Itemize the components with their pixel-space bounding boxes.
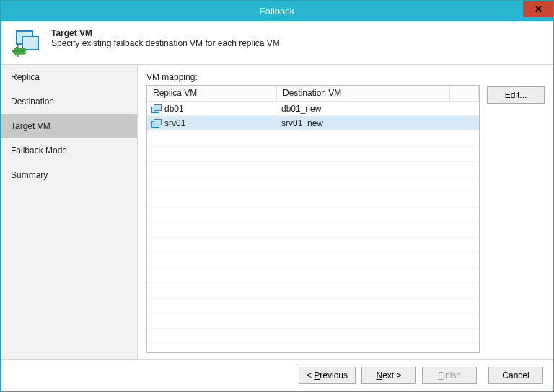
svg-rect-1 [22, 37, 38, 50]
edit-button[interactable]: Edit... [487, 86, 545, 104]
main-panel: VM mapping: Replica VM Destination VM db… [138, 65, 553, 359]
close-icon: ✕ [535, 4, 542, 14]
cell-replica-name: db01 [164, 104, 184, 114]
cancel-button[interactable]: Cancel [488, 367, 543, 384]
previous-button[interactable]: < Previous [299, 367, 356, 384]
col-header-replica[interactable]: Replica VM [147, 86, 277, 102]
col-header-dest[interactable]: Destination VM [277, 86, 450, 102]
grid-header: Replica VM Destination VM [147, 86, 479, 102]
table-row[interactable]: srv01 srv01_new [147, 116, 479, 130]
wizard-header: Target VM Specify existing failback dest… [1, 21, 553, 64]
table-row[interactable]: db01 db01_new [147, 102, 479, 116]
window-title: Failback [260, 6, 294, 17]
wizard-footer: < Previous Next > Finish Cancel [1, 360, 553, 391]
cell-replica-name: srv01 [164, 118, 185, 128]
page-title: Target VM [51, 28, 282, 38]
close-button[interactable]: ✕ [523, 1, 553, 17]
finish-button: Finish [422, 367, 477, 384]
cell-dest-name: srv01_new [281, 118, 323, 128]
titlebar: Failback ✕ [1, 1, 553, 21]
sidebar-item-target-vm[interactable]: Target VM [1, 114, 137, 138]
vm-mapping-label: VM mapping: [146, 72, 480, 82]
wizard-body: Replica Destination Target VM Failback M… [1, 64, 553, 360]
failback-wizard-window: Failback ✕ Target VM Specify existing fa… [0, 0, 554, 392]
sidebar-item-replica[interactable]: Replica [1, 65, 137, 89]
sidebar-item-destination[interactable]: Destination [1, 89, 137, 114]
grid-body: db01 db01_new srv01 srv01_new [147, 102, 479, 352]
sidebar-item-summary[interactable]: Summary [1, 163, 137, 187]
page-description: Specify existing failback destination VM… [51, 38, 282, 48]
vm-mapping-grid[interactable]: Replica VM Destination VM db01 db01_new [146, 85, 480, 353]
sidebar-item-failback-mode[interactable]: Failback Mode [1, 138, 137, 163]
failback-icon [11, 28, 43, 60]
vm-icon [151, 104, 162, 113]
next-button[interactable]: Next > [361, 367, 416, 384]
wizard-sidebar: Replica Destination Target VM Failback M… [1, 65, 138, 359]
cell-dest-name: db01_new [281, 104, 321, 114]
vm-icon [151, 119, 162, 128]
header-text-block: Target VM Specify existing failback dest… [51, 28, 282, 48]
